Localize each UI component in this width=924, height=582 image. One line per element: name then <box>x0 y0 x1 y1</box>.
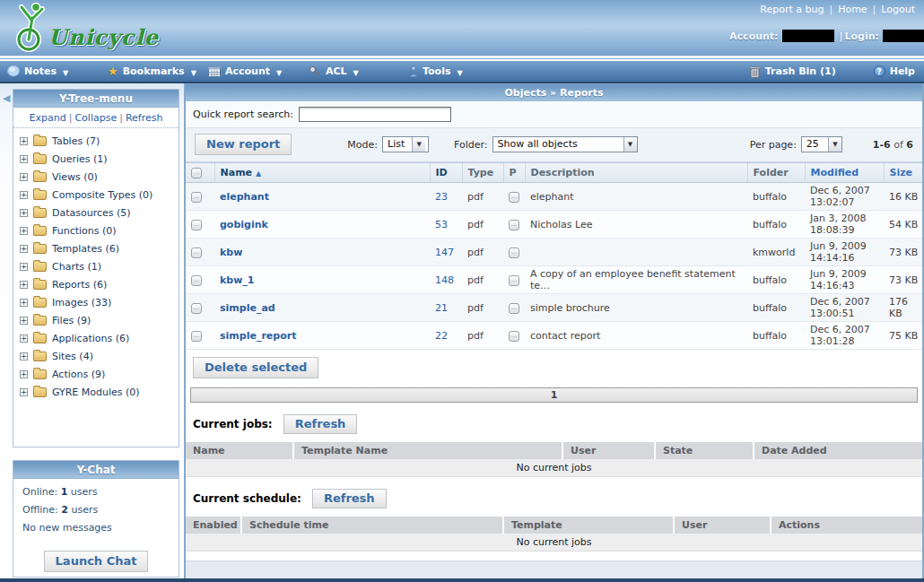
expand-plus-icon[interactable]: + <box>20 245 28 253</box>
tree-item[interactable]: +Images (33) <box>17 295 175 310</box>
delete-selected-button[interactable]: Delete selected <box>193 357 318 378</box>
column-header-modified[interactable]: Modified <box>805 163 884 183</box>
jobs-refresh-button[interactable]: Refresh <box>283 414 358 434</box>
current-schedule-label: Current schedule: <box>193 492 301 505</box>
menu-acl-label: ACL <box>326 65 347 77</box>
report-name-link[interactable]: kbw_1 <box>220 274 255 286</box>
tree-item[interactable]: +Functions (0) <box>17 223 175 239</box>
menu-tools[interactable]: Tools ▼ <box>402 65 502 78</box>
tree-expand-link[interactable]: Expand <box>30 112 66 124</box>
expand-plus-icon[interactable]: + <box>20 317 28 325</box>
row-checkbox[interactable] <box>191 248 202 258</box>
per-page-select[interactable]: 25▼ <box>801 136 842 152</box>
menu-bookmarks[interactable]: ★ Bookmarks ▼ <box>100 65 201 77</box>
chevron-down-icon: ▼ <box>457 69 462 77</box>
row-checkbox[interactable] <box>191 303 202 314</box>
top-link-report-a-bug[interactable]: Report a bug <box>760 4 824 15</box>
quick-search-input[interactable] <box>299 107 451 122</box>
tree-refresh-link[interactable]: Refresh <box>126 112 163 124</box>
expand-plus-icon[interactable]: + <box>20 173 28 181</box>
tree-item[interactable]: +Files (9) <box>17 313 175 328</box>
row-checkbox[interactable] <box>191 275 202 286</box>
folder-icon <box>33 262 47 272</box>
column-header-size[interactable]: Size <box>884 163 924 183</box>
tree-item[interactable]: +Reports (6) <box>17 277 175 292</box>
report-name-link[interactable]: simple_report <box>220 330 296 342</box>
expand-plus-icon[interactable]: + <box>20 227 28 235</box>
publish-checkbox[interactable] <box>509 303 519 314</box>
column-header-id[interactable]: ID <box>430 163 462 183</box>
launch-chat-button[interactable]: Launch Chat <box>44 551 149 572</box>
trash-bin-button[interactable]: Trash Bin (1) <box>749 65 836 78</box>
chat-title: Y-Chat <box>13 461 179 479</box>
column-header-name[interactable]: Name▲ <box>214 163 430 183</box>
menu-account[interactable]: Account ▼ <box>201 65 301 77</box>
publish-checkbox[interactable] <box>509 248 519 258</box>
account-value-redacted <box>782 30 834 42</box>
expand-plus-icon[interactable]: + <box>20 191 28 199</box>
tree-item[interactable]: +Queries (1) <box>17 152 175 167</box>
schedule-refresh-button[interactable]: Refresh <box>312 489 387 508</box>
tree-item[interactable]: +Actions (9) <box>17 367 175 382</box>
expand-plus-icon[interactable]: + <box>20 137 28 145</box>
expand-plus-icon[interactable]: + <box>20 334 28 343</box>
folder-select[interactable]: Show all objects▼ <box>493 136 638 152</box>
menu-notes[interactable]: Notes ▼ <box>0 65 100 77</box>
expand-plus-icon[interactable]: + <box>20 352 28 360</box>
expand-plus-icon[interactable]: + <box>20 388 28 396</box>
chat-online-status: Online: 1 users <box>22 486 170 498</box>
chevron-down-icon: ▼ <box>828 137 841 152</box>
expand-plus-icon[interactable]: + <box>20 209 28 217</box>
report-name-link[interactable]: gobigink <box>220 219 268 230</box>
schedule-column-header: Actions <box>771 517 922 534</box>
jobs-table: NameTemplate NameUserStateDate Added No … <box>186 442 922 477</box>
mode-select[interactable]: List▼ <box>382 136 429 152</box>
report-folder: buffalo <box>747 266 805 294</box>
report-name-link[interactable]: elephant <box>220 191 269 203</box>
publish-checkbox[interactable] <box>509 275 519 286</box>
report-id-link[interactable]: 53 <box>435 219 448 230</box>
report-id-link[interactable]: 147 <box>435 247 454 258</box>
top-link-home[interactable]: Home <box>838 4 867 15</box>
menu-bar: Notes ▼ ★ Bookmarks ▼ Account ▼ ACL ▼ To… <box>0 61 924 82</box>
publish-checkbox[interactable] <box>509 331 519 342</box>
tree-item[interactable]: +Sites (4) <box>17 349 175 364</box>
footer-filler <box>186 560 922 578</box>
report-name-link[interactable]: simple_ad <box>220 302 275 314</box>
report-name-link[interactable]: kbw <box>220 247 242 258</box>
report-id-link[interactable]: 23 <box>435 191 448 203</box>
key-icon <box>309 65 321 78</box>
report-id-link[interactable]: 148 <box>435 274 454 286</box>
sidebar-collapse-icon[interactable]: ◀ <box>3 92 10 104</box>
tree-item[interactable]: +Tables (7) <box>17 134 175 149</box>
report-id-link[interactable]: 21 <box>435 302 448 314</box>
tree-collapse-link[interactable]: Collapse <box>74 112 117 124</box>
expand-plus-icon[interactable]: + <box>20 281 28 289</box>
publish-checkbox[interactable] <box>509 192 519 203</box>
tree-item[interactable]: +Applications (6) <box>17 331 175 346</box>
report-id-link[interactable]: 22 <box>435 330 448 342</box>
tree-item[interactable]: +Views (0) <box>17 169 175 185</box>
expand-plus-icon[interactable]: + <box>20 370 28 378</box>
expand-plus-icon[interactable]: + <box>20 263 28 271</box>
report-modified: Jun 9, 2009 14:14:16 <box>805 239 884 266</box>
tree-item[interactable]: +Templates (6) <box>17 241 175 256</box>
top-link-logout[interactable]: Logout <box>881 4 915 15</box>
help-button[interactable]: ? Help <box>874 65 915 77</box>
tree-item[interactable]: +Datasources (5) <box>17 205 175 221</box>
row-checkbox[interactable] <box>191 192 202 203</box>
publish-checkbox[interactable] <box>509 220 519 230</box>
menu-acl[interactable]: ACL ▼ <box>301 65 402 78</box>
tree-item[interactable]: +Composite Types (0) <box>17 187 175 203</box>
tree-item[interactable]: +Charts (1) <box>17 259 175 274</box>
row-checkbox[interactable] <box>191 220 202 230</box>
logo-text: Unicycle <box>48 24 159 50</box>
new-report-button[interactable]: New report <box>195 134 292 155</box>
expand-plus-icon[interactable]: + <box>20 299 28 307</box>
jobs-column-header: User <box>562 442 655 459</box>
select-all-checkbox[interactable] <box>191 168 202 178</box>
row-checkbox[interactable] <box>191 331 202 342</box>
app-logo[interactable]: Unicycle <box>9 2 159 52</box>
expand-plus-icon[interactable]: + <box>20 155 28 163</box>
tree-item[interactable]: +GYRE Modules (0) <box>17 385 175 400</box>
